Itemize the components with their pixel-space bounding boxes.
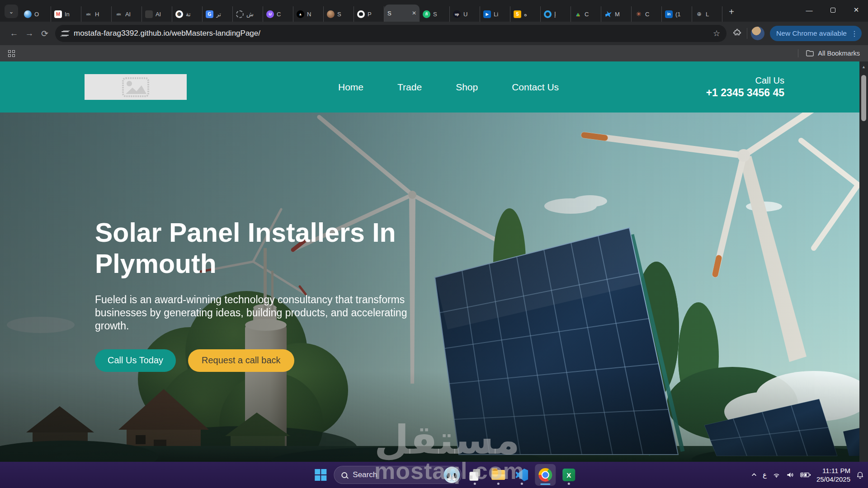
page-scrollbar[interactable]: ▲ <box>859 61 868 462</box>
close-button[interactable]: ✕ <box>844 0 868 20</box>
bookmark-star-icon[interactable]: ☆ <box>713 28 720 38</box>
reload-icon: ⟳ <box>41 28 48 39</box>
browser-tab[interactable]: 5ه <box>510 6 541 22</box>
browser-tab[interactable]: fiS <box>420 6 450 22</box>
browser-tab[interactable]: ▲N <box>293 6 324 22</box>
profile-avatar[interactable] <box>751 27 764 40</box>
notifications-bell-icon[interactable] <box>856 471 864 479</box>
browser-tab[interactable]: S <box>324 6 354 22</box>
taskbar-search[interactable] <box>334 466 462 484</box>
ring-icon <box>544 10 552 18</box>
browser-toolbar: ← → ⟳ mostafa-farag3392.github.io/webMas… <box>0 22 868 45</box>
taskbar-clock[interactable]: 11:11 PM 25/04/2025 <box>816 466 850 484</box>
browser-tab[interactable]: UC <box>263 6 293 22</box>
tab-title: U <box>463 11 476 18</box>
browser-tab[interactable]: alxAl <box>112 6 142 22</box>
taskbar-app-file-explorer[interactable] <box>488 464 509 486</box>
browser-tab[interactable]: MIn <box>51 6 81 22</box>
tab-title: S <box>433 11 446 18</box>
site-info-icon[interactable] <box>61 30 69 37</box>
browser-tab[interactable]: Al <box>142 6 172 22</box>
taskbar-app-vscode[interactable] <box>511 464 532 486</box>
dashed-avatar-icon <box>236 10 244 18</box>
taskbar-app-chrome[interactable] <box>535 464 556 486</box>
call-us-today-button[interactable]: Call Us Today <box>95 349 176 372</box>
language-indicator[interactable]: ع <box>763 471 767 479</box>
browser-tab[interactable]: ✳C <box>632 6 662 22</box>
minimize-button[interactable]: — <box>797 0 821 20</box>
browser-tab[interactable]: إ <box>541 6 571 22</box>
volume-icon[interactable] <box>786 471 795 479</box>
apps-grid-icon[interactable] <box>8 50 15 57</box>
reload-button[interactable]: ⟳ <box>37 26 52 41</box>
taskbar-app-excel[interactable]: X <box>558 464 579 486</box>
browser-tab[interactable]: in(1 <box>662 6 692 22</box>
taskbar-app-clipboard[interactable] <box>464 464 485 486</box>
avatar-icon <box>327 10 335 18</box>
chevron-down-icon: ⌄ <box>9 8 14 15</box>
linkedin-icon: in <box>665 10 673 18</box>
tray-chevron-up-icon[interactable] <box>751 472 757 478</box>
nav-link-home[interactable]: Home <box>338 82 363 93</box>
back-button[interactable]: ← <box>6 26 22 41</box>
tab-close-icon[interactable]: ✕ <box>412 10 416 16</box>
browser-tab[interactable]: ⊕L <box>692 6 722 22</box>
purple-circle-icon: U <box>266 10 274 18</box>
new-tab-button[interactable]: + <box>725 5 738 18</box>
browser-tab[interactable]: Gتر <box>203 6 233 22</box>
phone-number[interactable]: +1 2345 3456 45 <box>706 87 784 99</box>
search-highlight-penguins-icon[interactable] <box>443 467 460 483</box>
sphere-icon <box>24 10 32 18</box>
windows-taskbar: X ع 11 <box>0 462 868 488</box>
gmail-icon: M <box>54 10 62 18</box>
nav-link-shop[interactable]: Shop <box>456 82 478 93</box>
browser-tab[interactable]: ▶Li <box>480 6 510 22</box>
scrollbar-thumb[interactable] <box>861 75 866 121</box>
browser-tab[interactable]: ⊛تة <box>172 6 203 22</box>
upwork-icon: up <box>453 10 461 18</box>
extensions-puzzle-icon[interactable] <box>733 28 741 39</box>
hero-section: Solar Panel Installers In Plymouth Fuele… <box>0 113 868 462</box>
battery-charging-icon[interactable] <box>800 472 811 478</box>
tab-strip-tabs: OMInalxHalxAlAl⊛تةGترشUC▲NSPS✕fiSupU▶Li5… <box>21 0 722 22</box>
browser-tab[interactable]: ش <box>233 6 263 22</box>
tab-title: C <box>277 11 290 18</box>
minimize-icon: — <box>806 6 813 14</box>
menu-dots-icon[interactable]: ⋮ <box>851 29 858 38</box>
browser-tab[interactable]: upU <box>450 6 480 22</box>
browser-tab[interactable]: P <box>354 6 384 22</box>
browser-tab[interactable]: ▲C <box>571 6 601 22</box>
address-bar[interactable]: mostafa-farag3392.github.io/webMasters-l… <box>55 25 726 42</box>
wifi-icon[interactable] <box>772 471 781 479</box>
tab-search-button[interactable]: ⌄ <box>5 5 18 18</box>
tab-title: Al <box>125 11 138 18</box>
tab-title: C <box>645 11 658 18</box>
start-button[interactable] <box>310 464 331 486</box>
chrome-update-button[interactable]: New Chrome available ⋮ <box>770 26 862 41</box>
url-text[interactable]: mostafa-farag3392.github.io/webMasters-l… <box>74 29 260 38</box>
browser-tab[interactable]: M <box>601 6 632 22</box>
hero-title: Solar Panel Installers In Plymouth <box>95 217 434 280</box>
github-icon <box>357 10 365 18</box>
back-arrow-icon: ← <box>10 28 19 38</box>
browser-tab[interactable]: S✕ <box>384 5 420 22</box>
maximize-button[interactable] <box>821 0 844 20</box>
running-indicator <box>474 483 476 485</box>
request-callback-button[interactable]: Request a call back <box>188 349 294 372</box>
nav-link-contact-us[interactable]: Contact Us <box>512 82 559 93</box>
scroll-up-arrow-icon[interactable]: ▲ <box>859 61 868 69</box>
linkedin-learning-icon: ▶ <box>483 10 491 18</box>
forward-button[interactable]: → <box>22 26 37 41</box>
all-bookmarks-button[interactable]: All Bookmarks <box>798 49 860 57</box>
browser-tab[interactable]: alxH <box>81 6 112 22</box>
nav-link-trade[interactable]: Trade <box>397 82 422 93</box>
tab-title: S <box>337 11 350 18</box>
tab-title: ش <box>246 11 259 18</box>
khamsat-icon: 5 <box>514 10 521 18</box>
site-logo-placeholder[interactable] <box>85 74 187 100</box>
hero-content: Solar Panel Installers In Plymouth Fuele… <box>95 217 448 372</box>
tab-title: H <box>95 11 108 18</box>
browser-tab[interactable]: O <box>21 6 51 22</box>
translate-icon: G <box>206 10 213 18</box>
search-input[interactable] <box>353 470 420 479</box>
